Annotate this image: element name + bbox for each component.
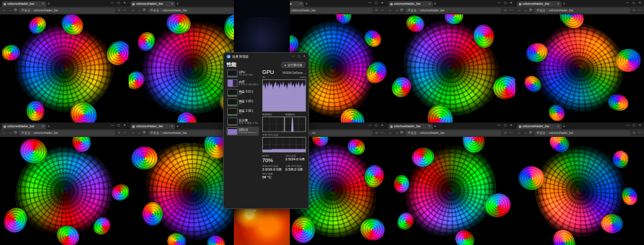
favorites-icon[interactable]: ☆: [117, 8, 121, 13]
window-close-button[interactable]: ✕: [381, 124, 384, 127]
window-close-button[interactable]: ✕: [510, 2, 512, 5]
refresh-icon[interactable]: ⟳: [529, 131, 532, 135]
menu-icon[interactable]: ⋯: [509, 8, 513, 13]
tm-sidebar-item[interactable]: 内存 6.1/16.0 GB (38%): [226, 79, 259, 88]
favorites-icon[interactable]: ☆: [375, 131, 378, 135]
tab-close-icon[interactable]: ✕: [171, 2, 173, 5]
address-bar[interactable]: 不安全 | volumeshader_bw: [19, 130, 115, 136]
browser-tab[interactable]: volumeshader_bw ✕: [130, 1, 175, 7]
refresh-icon[interactable]: ⟳: [143, 131, 146, 135]
window-minimize-button[interactable]: —: [111, 2, 114, 5]
window-maximize-button[interactable]: ▢: [504, 124, 506, 127]
window-minimize-button[interactable]: —: [369, 124, 372, 127]
window-close-button[interactable]: ✕: [639, 2, 641, 5]
tm-close-button[interactable]: ✕: [303, 55, 305, 58]
forward-icon[interactable]: →: [523, 131, 527, 135]
tm-sidebar-item[interactable]: 磁盘 1 (D:) 0%: [226, 98, 259, 107]
tm-sidebar-item[interactable]: 磁盘 2 (E:) 0%: [226, 107, 259, 116]
new-tab-button[interactable]: +: [48, 124, 50, 129]
forward-icon[interactable]: →: [8, 131, 13, 135]
window-maximize-button[interactable]: ▢: [633, 124, 635, 127]
forward-icon[interactable]: →: [137, 131, 141, 135]
back-icon[interactable]: ←: [518, 8, 522, 13]
window-maximize-button[interactable]: ▢: [633, 2, 635, 5]
menu-icon[interactable]: ⋯: [637, 8, 642, 13]
tm-sidebar-item[interactable]: CPU 7% 4.49 GHz: [226, 69, 259, 78]
new-tab-button[interactable]: +: [48, 1, 50, 7]
window-close-button[interactable]: ✕: [381, 2, 384, 5]
tm-minimize-button[interactable]: —: [292, 55, 295, 58]
window-minimize-button[interactable]: —: [626, 124, 629, 127]
browser-tab[interactable]: volumeshader_bw ✕: [517, 1, 562, 7]
tm-sidebar-item[interactable]: GPU 0 NVIDIA GeForce 70%: [226, 127, 259, 136]
new-tab-button[interactable]: +: [563, 124, 565, 129]
forward-icon[interactable]: →: [137, 8, 141, 13]
forward-icon[interactable]: →: [394, 8, 399, 13]
address-bar[interactable]: 不安全 | volumeshader_bw: [277, 8, 373, 13]
back-icon[interactable]: ←: [2, 8, 7, 13]
window-maximize-button[interactable]: ▢: [504, 2, 506, 5]
menu-icon[interactable]: ⋯: [123, 8, 127, 13]
webgl-canvas[interactable]: [387, 137, 515, 245]
new-tab-button[interactable]: +: [176, 1, 179, 7]
forward-icon[interactable]: →: [8, 8, 13, 13]
back-icon[interactable]: ←: [2, 131, 7, 135]
tab-close-icon[interactable]: ✕: [428, 125, 431, 128]
window-close-button[interactable]: ✕: [123, 2, 126, 5]
window-minimize-button[interactable]: —: [497, 2, 500, 5]
menu-icon[interactable]: ⋯: [509, 131, 513, 135]
tab-close-icon[interactable]: ✕: [428, 2, 431, 5]
back-icon[interactable]: ←: [389, 8, 393, 13]
favorites-icon[interactable]: ☆: [633, 131, 636, 135]
tm-titlebar[interactable]: 任务管理器 — ▢ ✕: [224, 53, 308, 60]
window-close-button[interactable]: ✕: [123, 124, 126, 127]
refresh-icon[interactable]: ⟳: [143, 8, 146, 13]
browser-tab[interactable]: volumeshader_bw ✕: [517, 124, 562, 129]
webgl-canvas[interactable]: [0, 14, 129, 122]
menu-icon[interactable]: ⋯: [380, 8, 384, 13]
tm-maximize-button[interactable]: ▢: [298, 55, 300, 58]
new-tab-button[interactable]: +: [305, 1, 307, 7]
tab-close-icon[interactable]: ✕: [42, 125, 44, 128]
back-icon[interactable]: ←: [131, 8, 135, 13]
tm-sidebar-item[interactable]: 磁盘 0 (C:) 0%: [226, 88, 259, 97]
window-close-button[interactable]: ✕: [639, 124, 641, 127]
favorites-icon[interactable]: ☆: [375, 8, 378, 13]
address-bar[interactable]: 不安全 | volumeshader_bw: [405, 130, 501, 136]
menu-icon[interactable]: ⋯: [380, 131, 384, 135]
new-tab-button[interactable]: +: [434, 124, 437, 129]
address-bar[interactable]: 不安全 | volumeshader_bw: [148, 8, 244, 13]
new-tab-button[interactable]: +: [434, 1, 437, 7]
webgl-canvas[interactable]: [0, 137, 129, 245]
menu-icon[interactable]: ⋯: [637, 131, 642, 135]
new-tab-button[interactable]: +: [176, 124, 179, 129]
browser-tab[interactable]: volumeshader_bw ✕: [388, 1, 433, 7]
browser-tab[interactable]: volumeshader_bw ✕: [388, 124, 433, 129]
window-close-button[interactable]: ✕: [510, 124, 512, 127]
refresh-icon[interactable]: ⟳: [529, 8, 532, 13]
window-maximize-button[interactable]: ▢: [375, 2, 378, 5]
webgl-canvas[interactable]: [515, 137, 644, 245]
tab-close-icon[interactable]: ✕: [171, 125, 173, 128]
address-bar[interactable]: 不安全 | volumeshader_bw: [19, 8, 115, 13]
window-maximize-button[interactable]: ▢: [375, 124, 378, 127]
webgl-canvas[interactable]: [387, 14, 515, 122]
refresh-icon[interactable]: ⟳: [14, 131, 17, 135]
window-maximize-button[interactable]: ▢: [117, 124, 120, 127]
tab-close-icon[interactable]: ✕: [557, 125, 560, 128]
favorites-icon[interactable]: ☆: [503, 8, 507, 13]
tab-close-icon[interactable]: ✕: [42, 2, 44, 5]
browser-tab[interactable]: volumeshader_bw ✕: [2, 124, 46, 129]
window-minimize-button[interactable]: —: [369, 2, 372, 5]
address-bar[interactable]: 不安全 | volumeshader_bw: [405, 8, 501, 13]
back-icon[interactable]: ←: [131, 131, 135, 135]
browser-tab[interactable]: volumeshader_bw ✕: [130, 124, 175, 129]
menu-icon[interactable]: ⋯: [123, 131, 127, 135]
run-new-task-button[interactable]: ▸ 运行新任务: [281, 62, 305, 68]
refresh-icon[interactable]: ⟳: [14, 8, 17, 13]
address-bar[interactable]: 不安全 | volumeshader_bw: [534, 130, 630, 136]
tm-sidebar-item[interactable]: 以太网 发送: 0 接收: 0 Kbps: [226, 117, 259, 126]
tab-close-icon[interactable]: ✕: [299, 2, 302, 5]
window-minimize-button[interactable]: —: [626, 2, 629, 5]
forward-icon[interactable]: →: [394, 131, 399, 135]
